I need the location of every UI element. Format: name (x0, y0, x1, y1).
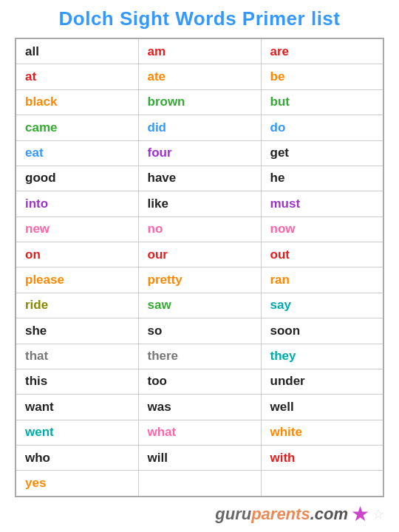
table-cell: ate (138, 64, 261, 89)
table-cell: they (261, 344, 383, 369)
table-cell: are (261, 38, 383, 64)
table-cell: came (16, 115, 138, 140)
table-cell: who (16, 446, 138, 471)
table-cell: with (261, 446, 383, 471)
footer: guruparents.com ★ ☆ (15, 502, 384, 526)
table-cell: our (138, 242, 261, 267)
table-cell: yes (16, 471, 138, 497)
table-cell (138, 471, 261, 497)
table-cell: soon (261, 318, 383, 344)
table-cell: this (16, 369, 138, 394)
table-cell: there (138, 344, 261, 369)
table-cell: under (261, 369, 383, 394)
footer-text: guruparents.com (215, 505, 348, 524)
table-cell: say (261, 293, 383, 318)
star-outline-icon: ☆ (372, 506, 384, 522)
footer-parents: parents (251, 505, 310, 523)
page: Dolch Sight Words Primer list allamareat… (0, 0, 399, 532)
table-cell: have (138, 166, 261, 191)
table-cell: be (261, 64, 383, 89)
table-cell: too (138, 369, 261, 394)
word-table: allamareatatebeblackbrownbutcamediddoeat… (15, 38, 384, 497)
table-cell: but (261, 89, 383, 115)
table-cell: was (138, 395, 261, 420)
table-cell: am (138, 38, 261, 64)
table-cell: went (16, 420, 138, 445)
table-cell: eat (16, 140, 138, 166)
table-cell: white (261, 420, 383, 445)
table-cell: four (138, 140, 261, 166)
table-cell: at (16, 64, 138, 89)
table-cell: new (16, 216, 138, 242)
table-cell: will (138, 446, 261, 471)
table-cell: get (261, 140, 383, 166)
table-cell: he (261, 166, 383, 191)
table-cell: saw (138, 293, 261, 318)
table-cell: pretty (138, 267, 261, 293)
table-cell: on (16, 242, 138, 267)
page-title: Dolch Sight Words Primer list (59, 7, 341, 30)
footer-guru: guru (215, 505, 251, 523)
table-cell: so (138, 318, 261, 344)
table-cell: out (261, 242, 383, 267)
table-cell: that (16, 344, 138, 369)
footer-com: com (315, 505, 348, 523)
table-cell: black (16, 89, 138, 115)
table-cell: must (261, 191, 383, 216)
table-cell (261, 471, 383, 497)
table-cell: well (261, 395, 383, 420)
table-cell: do (261, 115, 383, 140)
table-cell: did (138, 115, 261, 140)
table-cell: she (16, 318, 138, 344)
table-cell: brown (138, 89, 261, 115)
table-cell: into (16, 191, 138, 216)
table-cell: ride (16, 293, 138, 318)
table-cell: please (16, 267, 138, 293)
table-cell: now (261, 216, 383, 242)
table-cell: good (16, 166, 138, 191)
table-cell: all (16, 38, 138, 64)
table-cell: ran (261, 267, 383, 293)
table-cell: no (138, 216, 261, 242)
table-cell: want (16, 395, 138, 420)
table-cell: what (138, 420, 261, 445)
table-cell: like (138, 191, 261, 216)
star-icon: ★ (351, 502, 369, 526)
